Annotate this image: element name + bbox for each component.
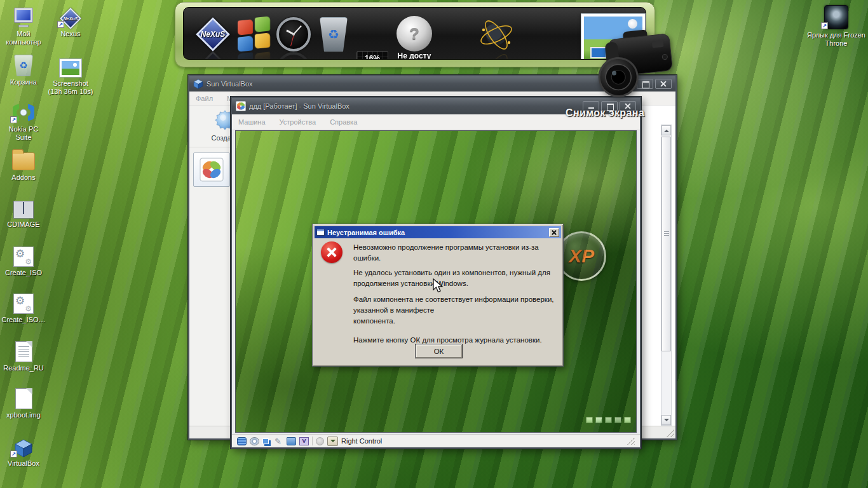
dock-recycle-bin-icon[interactable]: ♻ (320, 17, 348, 51)
vm-butterfly-icon (236, 101, 246, 111)
close-button[interactable] (655, 79, 672, 89)
mouse-integration-icon[interactable] (316, 437, 324, 445)
ok-button[interactable]: ОК (415, 344, 463, 358)
desktop-icon-addons[interactable]: Addons (0, 147, 47, 182)
dialog-title: Неустранимая ошибка (327, 229, 546, 236)
text-file-icon (15, 341, 32, 362)
menu-devices[interactable]: Устройства (280, 118, 316, 126)
desktop-icon-label: VirtualBox (0, 459, 47, 468)
desktop-icon-nokia-pc-suite[interactable]: ↗ Nokia PC Suite (0, 99, 47, 142)
folder-icon (12, 152, 35, 170)
vm-butterfly-icon (200, 158, 224, 182)
virtualbox-icon (193, 79, 203, 89)
message-line: компонента. (353, 316, 557, 327)
desktop-icon-frozen-throne[interactable]: ↗ Ярлык для Frozen Throne (804, 3, 868, 48)
question-icon: ? (397, 16, 432, 51)
desktop-icon-label: Корзина (0, 78, 47, 86)
statusbar-separator (312, 437, 313, 445)
desktop-icon-label: Мой компьютер (0, 30, 47, 46)
desktop-icon-recycle-bin[interactable]: ♻ Корзина (0, 52, 47, 86)
desktop-icon-label: Ярлык для Frozen Throne (804, 31, 868, 48)
dock-nexus-icon[interactable]: NeXuS (195, 18, 231, 51)
screenshot-caption: Снимок экрана (566, 107, 644, 119)
message-line: Файл компонента не соответствует информа… (353, 294, 557, 305)
dock-inner-panel: NeXuS ♻ 16% ? Не досту 1 009M @ (183, 7, 646, 60)
scroll-thumb[interactable] (661, 137, 671, 351)
dock-wallpaper-icon[interactable] (581, 13, 646, 60)
desktop-icon-my-computer[interactable]: Мой компьютер (0, 4, 47, 46)
gears-icon: ⚙⚙ (13, 294, 34, 314)
dialog-titlebar[interactable]: Неустранимая ошибка (315, 226, 561, 238)
desktop-icon-cdimage[interactable]: CDIMAGE (0, 194, 47, 229)
details-scrollbar[interactable] (661, 125, 672, 426)
shortcut-arrow-icon: ↗ (10, 451, 17, 458)
scroll-down-arrow[interactable] (661, 415, 671, 425)
resize-grip[interactable] (627, 437, 635, 445)
cpu-value: 16% (357, 54, 388, 60)
hostkey-icon (327, 437, 338, 446)
desktop-icon-readme[interactable]: Readme_RU (0, 338, 47, 372)
shortcut-arrow-icon: ↗ (10, 116, 17, 123)
dock-network-atom-icon[interactable] (478, 18, 514, 51)
hostkey-label: Right Control (341, 437, 382, 445)
shortcut-arrow-icon: ↗ (57, 21, 64, 28)
vm-statusbar: ✎ V Right Control (232, 434, 640, 447)
maximize-button[interactable] (637, 79, 653, 89)
minimize-button[interactable] (618, 79, 635, 89)
gears-icon: ⚙⚙ (13, 247, 34, 267)
scroll-up-arrow[interactable] (661, 125, 671, 135)
dock-windows-icon[interactable] (237, 16, 271, 53)
desktop-icon-label: Screenshot (13h 36m 10s) (47, 79, 94, 96)
shared-folder-icon[interactable] (287, 437, 296, 445)
virtualization-chip-icon[interactable]: V (299, 437, 309, 445)
menu-help[interactable]: Справка (330, 118, 357, 126)
error-dialog: Неустранимая ошибка Невозможно продолжен… (312, 224, 564, 367)
vm-window-title: ддд [Работает] - Sun VirtualBox (249, 102, 580, 110)
my-computer-icon (12, 8, 35, 28)
shared-clipboard-icon[interactable]: ✎ (275, 437, 283, 445)
window-titlebar[interactable]: Sun VirtualBox (189, 76, 675, 92)
desktop-icon-create-iso-2[interactable]: ⚙⚙ Create_ISO… (0, 290, 47, 324)
desktop-icon-label: CDIMAGE (0, 220, 47, 229)
desktop-icon-xpboot[interactable]: xpboot.img (0, 385, 47, 419)
dialog-message: Невозможно продолжение программы установ… (353, 242, 557, 346)
dialog-window-icon (316, 229, 325, 236)
desktop-icon-virtualbox[interactable]: ↗ VirtualBox (0, 433, 47, 468)
message-line: продолжения установки Windows. (353, 278, 557, 289)
shortcut-arrow-icon: ↗ (821, 22, 828, 29)
vm-list-item[interactable] (193, 152, 230, 187)
dock-clock-icon[interactable] (276, 17, 311, 51)
error-icon (321, 241, 342, 263)
recycle-bin-icon: ♻ (14, 55, 33, 76)
mini-screen-thumbnail (590, 47, 607, 58)
nexus-dock: NeXuS ♻ 16% ? Не досту 1 009M @ (175, 2, 655, 67)
desktop-icon-label: Create_ISO… (0, 316, 47, 324)
dock-cpu-meter[interactable]: 16% (356, 51, 388, 60)
xp-logo-badge: XP (557, 231, 606, 281)
desktop-icon-label: xpboot.img (0, 411, 47, 419)
desktop-icon-label: Nokia PC Suite (0, 125, 47, 142)
desktop-icon-label: Addons (0, 173, 47, 182)
menu-machine[interactable]: Машина (238, 118, 266, 126)
image-file-icon (59, 58, 82, 78)
menu-file[interactable]: Файл (196, 95, 213, 102)
cd-status-icon[interactable] (250, 437, 259, 445)
network-status-icon[interactable] (262, 438, 269, 444)
dock-unavailable-icon[interactable]: ? Не досту (395, 16, 434, 60)
desktop-icon-create-iso[interactable]: ⚙⚙ Create_ISO (0, 243, 47, 277)
message-line: Невозможно продолжение программы установ… (353, 242, 557, 264)
dialog-close-button[interactable] (549, 228, 559, 237)
desktop-icon-label: Create_ISO (0, 269, 47, 277)
window-title: Sun VirtualBox (207, 80, 615, 88)
harddisk-status-icon[interactable] (237, 437, 247, 445)
application-icon (13, 201, 34, 219)
resize-grip[interactable] (667, 430, 674, 437)
moon-icon (628, 19, 637, 29)
file-icon (15, 388, 32, 409)
setup-progress-dots (586, 417, 631, 423)
desktop-icon-nexus[interactable]: NeXuS↗ Nexus (47, 4, 94, 38)
desktop-icon-label: Nexus (47, 30, 94, 38)
desktop-icon-label: Readme_RU (0, 364, 47, 372)
message-line: Не удалось установить один из компоненто… (353, 268, 557, 278)
desktop-icon-screenshot[interactable]: Screenshot (13h 36m 10s) (47, 53, 94, 96)
